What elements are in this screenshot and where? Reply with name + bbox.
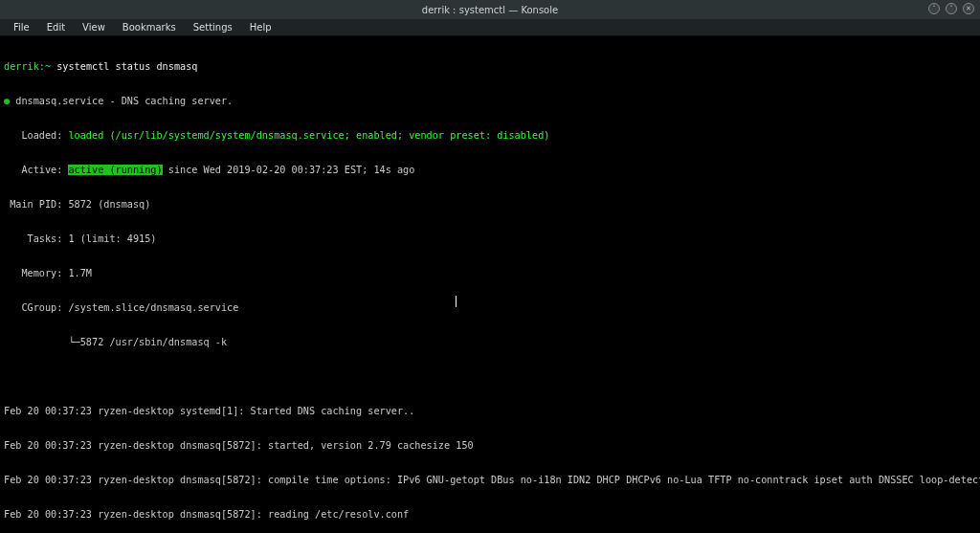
status-active-label: Active:: [4, 165, 68, 175]
prompt-command: systemctl status dnsmasq: [56, 61, 197, 72]
status-unit: dnsmasq.service - DNS caching server.: [15, 96, 233, 106]
close-icon: ✕: [966, 5, 971, 12]
menu-bar: File Edit View Bookmarks Settings Help: [0, 19, 980, 36]
terminal-viewport[interactable]: derrik:~ systemctl status dnsmasq ● dnsm…: [0, 36, 980, 533]
status-loaded-line: Loaded: loaded (/usr/lib/systemd/system/…: [4, 130, 976, 142]
window-title: derrik : systemctl — Konsole: [422, 5, 558, 15]
log-line-3-wrap: Feb 20 00:37:23 ryzen-desktop dnsmasq[58…: [4, 475, 976, 486]
status-active-line: Active: active (running) since Wed 2019-…: [4, 165, 976, 176]
log-line-4: Feb 20 00:37:23 ryzen-desktop dnsmasq[58…: [4, 509, 976, 521]
menu-settings[interactable]: Settings: [186, 20, 240, 34]
minimize-button[interactable]: ˅: [928, 3, 940, 14]
maximize-icon: ˄: [949, 5, 953, 12]
menu-edit[interactable]: Edit: [39, 20, 73, 34]
status-mainpid: Main PID: 5872 (dnsmasq): [4, 199, 976, 211]
text-cursor-icon: [456, 296, 457, 307]
menu-view[interactable]: View: [75, 20, 113, 34]
window-titlebar: derrik : systemctl — Konsole ˅ ˄ ✕: [0, 0, 980, 19]
log-line-3: Feb 20 00:37:23 ryzen-desktop dnsmasq[58…: [4, 475, 980, 485]
log-line-2: Feb 20 00:37:23 ryzen-desktop dnsmasq[58…: [4, 440, 976, 452]
status-loaded-value: loaded (/usr/lib/systemd/system/dnsmasq.…: [68, 130, 549, 141]
prompt-userhost: derrik:: [4, 61, 45, 72]
status-active-since: since Wed 2019-02-20 00:37:23 EST; 14s a…: [163, 165, 415, 175]
status-cgroup1: CGroup: /system.slice/dnsmasq.service: [4, 302, 976, 314]
minimize-icon: ˅: [932, 5, 936, 12]
window-controls: ˅ ˄ ✕: [928, 3, 974, 14]
status-unit-line: ● dnsmasq.service - DNS caching server.: [4, 96, 976, 107]
close-button[interactable]: ✕: [963, 3, 974, 14]
menu-help[interactable]: Help: [242, 20, 279, 34]
menu-file[interactable]: File: [6, 20, 37, 34]
menu-bookmarks[interactable]: Bookmarks: [115, 20, 184, 34]
prompt-line: derrik:~ systemctl status dnsmasq: [4, 61, 976, 73]
blank-line: [4, 371, 976, 383]
log-line-1: Feb 20 00:37:23 ryzen-desktop systemd[1]…: [4, 406, 976, 417]
status-loaded-label: Loaded:: [4, 130, 68, 141]
maximize-button[interactable]: ˄: [946, 3, 957, 14]
status-memory: Memory: 1.7M: [4, 268, 976, 279]
status-tasks: Tasks: 1 (limit: 4915): [4, 233, 976, 245]
status-cgroup2: └─5872 /usr/sbin/dnsmasq -k: [4, 337, 976, 348]
status-active-state: active (running): [68, 165, 162, 175]
